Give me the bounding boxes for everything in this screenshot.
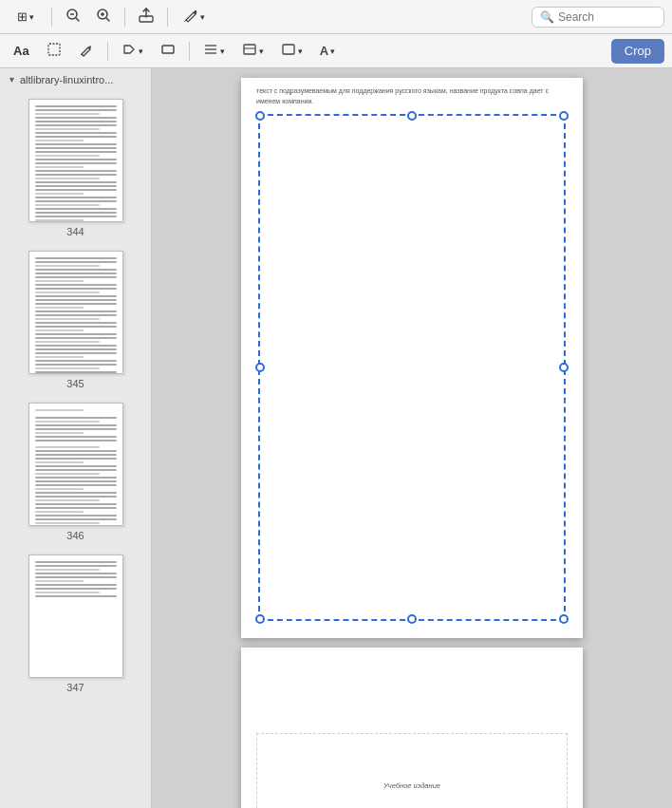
crop-handle-bottom-left[interactable] xyxy=(255,614,265,624)
crop-handle-top-middle[interactable] xyxy=(407,111,417,121)
thumb-box-344 xyxy=(28,99,123,222)
thumb-line xyxy=(35,155,101,157)
chevron-down-icon: ▾ xyxy=(200,12,205,22)
thumb-line xyxy=(35,450,117,452)
share-button[interactable] xyxy=(133,6,159,28)
thumb-line xyxy=(35,265,101,267)
thumb-line xyxy=(35,113,101,115)
crop-handle-top-right[interactable] xyxy=(559,111,569,121)
crop-handle-bottom-right[interactable] xyxy=(559,614,569,624)
separator-1 xyxy=(51,8,52,27)
thumb-line xyxy=(35,109,117,111)
box-fill-icon xyxy=(281,42,296,60)
thumb-line xyxy=(35,181,117,183)
crop-handle-bottom-middle[interactable] xyxy=(407,614,417,624)
page-top-text: текст с подразумеваемым для поддержания … xyxy=(241,78,583,110)
main-area: ▼ altlibrary-linuxintro... xyxy=(0,68,672,808)
font-icon: Aa xyxy=(13,44,29,58)
thumb-line xyxy=(35,174,117,176)
thumb-line xyxy=(35,128,101,130)
thumb-line xyxy=(35,446,101,448)
thumbnail-347[interactable]: 347 xyxy=(0,547,151,699)
thumb-box-347 xyxy=(28,554,123,678)
thumb-line xyxy=(35,580,84,582)
thumb-line xyxy=(35,200,117,202)
thumb-line xyxy=(35,511,84,513)
thumb-line xyxy=(35,364,117,366)
pen-button[interactable] xyxy=(73,39,100,64)
text-style-button[interactable]: A ▾ xyxy=(314,39,341,64)
thumb-line xyxy=(35,124,117,126)
markup-button[interactable]: ▾ xyxy=(176,6,212,28)
thumb-line xyxy=(35,356,84,358)
search-input[interactable] xyxy=(558,10,656,24)
box-fill-button[interactable]: ▾ xyxy=(275,39,308,64)
thumbnail-344[interactable]: 344 xyxy=(0,91,151,243)
thumb-label-346: 346 xyxy=(66,530,84,541)
thumb-line xyxy=(35,140,84,141)
thumb-line xyxy=(35,588,117,590)
thumb-line xyxy=(35,261,117,263)
align-button[interactable]: ▾ xyxy=(197,39,231,64)
rect-icon xyxy=(160,42,176,60)
thumb-line xyxy=(35,477,117,479)
thumb-content-345 xyxy=(35,257,117,373)
thumb-line xyxy=(35,417,117,419)
chevron-down-icon: ▾ xyxy=(330,47,335,56)
insert-icon xyxy=(121,42,137,60)
thumb-line xyxy=(35,219,84,221)
svg-rect-18 xyxy=(283,45,294,54)
thumb-line xyxy=(35,371,117,373)
thumb-line xyxy=(35,189,117,191)
insert-button[interactable]: ▾ xyxy=(116,39,149,64)
thumb-line xyxy=(35,276,117,278)
view-mode-button[interactable]: ⊞ ▾ xyxy=(8,6,44,28)
thumb-line xyxy=(35,185,117,187)
chevron-down-icon: ▾ xyxy=(139,47,143,56)
thumb-line xyxy=(35,166,84,168)
thumb-line xyxy=(35,428,117,430)
font-button[interactable]: Aa xyxy=(8,39,35,64)
thumb-line xyxy=(35,484,117,486)
crop-overlay[interactable] xyxy=(258,114,566,621)
share-icon xyxy=(139,8,154,26)
thumb-line xyxy=(35,461,84,463)
thumb-line xyxy=(35,257,117,259)
select-box-icon xyxy=(47,42,62,60)
zoom-out-button[interactable] xyxy=(60,6,86,28)
rect-button[interactable] xyxy=(155,39,181,64)
zoom-in-button[interactable] xyxy=(90,6,117,28)
crop-button[interactable]: Crop xyxy=(611,39,664,64)
thumb-label-347: 347 xyxy=(66,682,84,693)
thumb-line xyxy=(35,592,101,593)
thumb-label-345: 345 xyxy=(66,378,84,389)
thumb-line xyxy=(35,307,84,309)
thumb-box-345 xyxy=(28,251,123,374)
chevron-down-icon: ▾ xyxy=(29,12,34,22)
thumb-line xyxy=(35,322,117,324)
content-area: текст с подразумеваемым для поддержания … xyxy=(152,68,672,808)
thumb-line xyxy=(35,269,117,271)
thumbnail-346[interactable]: 346 xyxy=(0,395,151,547)
thumb-line xyxy=(35,440,117,442)
thumb-line xyxy=(35,280,84,282)
thumb-line xyxy=(35,473,101,475)
thumb-line xyxy=(35,333,117,335)
thumb-line xyxy=(35,348,117,350)
thumb-line xyxy=(35,162,117,164)
thumbnail-345[interactable]: 345 xyxy=(0,243,151,395)
thumb-line xyxy=(35,193,84,195)
separator-2 xyxy=(124,8,125,27)
thumb-line xyxy=(35,314,117,316)
sidebar-file-title: altlibrary-linuxintro... xyxy=(20,74,113,85)
select-box-button[interactable] xyxy=(41,39,67,64)
thumb-line xyxy=(35,507,117,509)
thumb-line xyxy=(35,360,117,362)
chevron-down-icon: ▾ xyxy=(220,47,225,56)
thumb-line xyxy=(35,159,117,160)
box-style-button[interactable]: ▾ xyxy=(236,39,270,64)
crop-handle-middle-right[interactable] xyxy=(559,363,569,372)
crop-handle-top-left[interactable] xyxy=(255,111,265,121)
crop-handle-middle-left[interactable] xyxy=(255,363,265,372)
separator-4 xyxy=(107,42,108,61)
